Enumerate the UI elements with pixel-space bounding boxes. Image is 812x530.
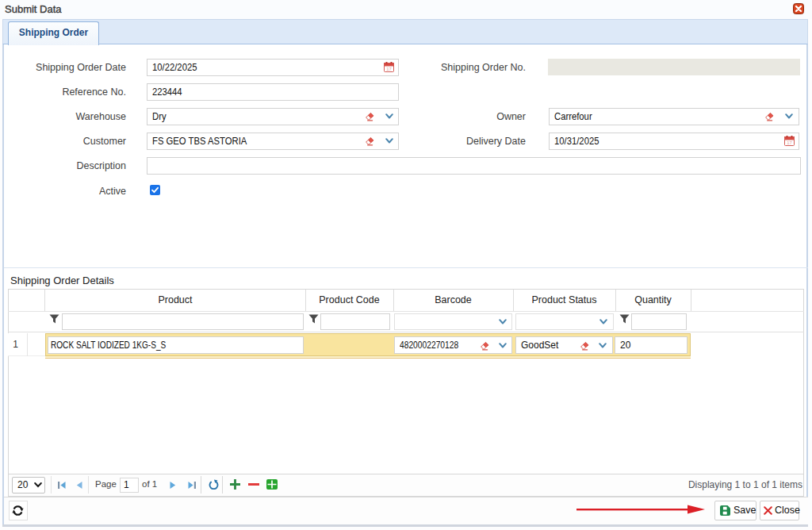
svg-text:17: 17 xyxy=(787,140,792,145)
